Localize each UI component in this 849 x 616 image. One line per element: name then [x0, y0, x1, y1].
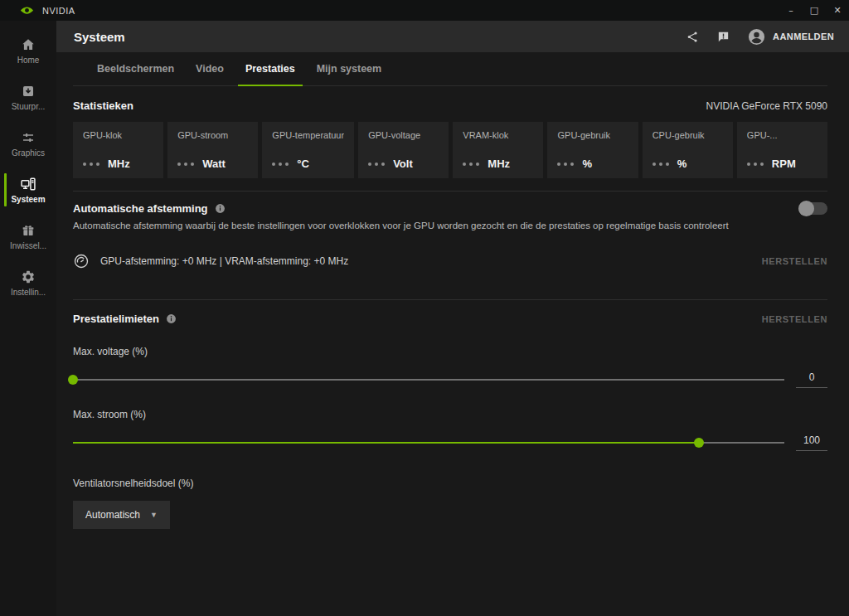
stat-tile: VRAM-klokMHz	[453, 122, 543, 178]
auto-tuning-reset-button[interactable]: HERSTELLEN	[762, 256, 827, 266]
share-icon[interactable]	[686, 30, 700, 44]
stat-tiles: GPU-klokMHzGPU-stroomWattGPU-temperatuur…	[73, 122, 827, 178]
window-titlebar: NVIDIA – □ ✕	[0, 0, 849, 21]
stat-tile-label: GPU-voltage	[368, 130, 439, 140]
stat-tile-unit: %	[582, 158, 592, 170]
sliders-container: Max. voltage (%)0Max. stroom (%)100	[73, 346, 827, 451]
stat-tile-label: GPU-gebruik	[557, 130, 628, 140]
fan-speed-dropdown[interactable]: Automatisch ▼	[73, 501, 170, 529]
slider-label: Max. voltage (%)	[73, 346, 827, 357]
loading-dots-icon	[368, 162, 385, 166]
slider-group: Max. voltage (%)0	[73, 346, 827, 388]
stat-tile: GPU-...RPM	[737, 122, 827, 178]
performance-limits-reset-button[interactable]: HERSTELLEN	[762, 314, 827, 324]
tab-mijn-systeem[interactable]: Mijn systeem	[306, 52, 393, 85]
stat-tile: GPU-klokMHz	[73, 122, 163, 178]
sidebar-item-label: Instellin...	[11, 288, 46, 297]
app-title: NVIDIA	[42, 6, 75, 16]
tab-video[interactable]: Video	[185, 52, 235, 85]
feedback-icon[interactable]	[716, 30, 730, 44]
stat-tile: GPU-temperatuur°C	[262, 122, 354, 178]
slider-thumb[interactable]	[694, 438, 704, 448]
stat-tile: GPU-voltageVolt	[358, 122, 449, 178]
page-header: Systeem AANMELDEN	[56, 21, 849, 52]
sidebar-item-label: Inwissel...	[10, 241, 46, 250]
slider-label: Max. stroom (%)	[73, 409, 827, 420]
loading-dots-icon	[747, 162, 764, 166]
sidebar-item-label: Graphics	[12, 148, 45, 158]
gauge-icon	[73, 253, 90, 269]
sidebar-item-drivers[interactable]: Stuurpr...	[0, 74, 56, 120]
fan-speed-label: Ventilatorsnelheidsdoel (%)	[73, 478, 827, 489]
sidebar-item-home[interactable]: Home	[0, 27, 56, 74]
minimize-button[interactable]: –	[779, 0, 803, 21]
fan-speed-selected: Automatisch	[85, 509, 140, 521]
section-divider	[73, 191, 827, 192]
info-icon[interactable]	[215, 203, 226, 214]
sidebar-item-redeem[interactable]: Inwissel...	[0, 213, 56, 259]
signin-button[interactable]: AANMELDEN	[747, 27, 834, 46]
auto-tuning-title: Automatische afstemming	[73, 202, 208, 215]
avatar-icon	[747, 27, 766, 46]
sidebar-item-label: Stuurpr...	[12, 102, 46, 111]
loading-dots-icon	[83, 162, 99, 166]
tab-beeldschermen[interactable]: Beeldschermen	[86, 52, 185, 85]
stat-tile-label: GPU-...	[747, 130, 817, 140]
loading-dots-icon	[272, 162, 289, 166]
slider-track[interactable]	[73, 379, 784, 381]
slider-value-field[interactable]: 100	[796, 434, 827, 451]
stat-tile-unit: Watt	[202, 158, 226, 170]
slider-thumb[interactable]	[68, 375, 78, 385]
section-divider	[73, 299, 827, 300]
stat-tile-label: VRAM-klok	[463, 130, 533, 140]
slider-value-field[interactable]: 0	[796, 371, 827, 388]
tuning-status: GPU-afstemming: +0 MHz | VRAM-afstemming…	[100, 255, 348, 267]
stat-tile-label: GPU-stroom	[177, 130, 248, 140]
statistics-section-title: Statistieken	[73, 99, 133, 112]
slider-group: Max. stroom (%)100	[73, 409, 827, 451]
stat-tile-unit: °C	[297, 158, 309, 170]
main-content: BeeldschermenVideoPrestatiesMijn systeem…	[56, 52, 849, 616]
page-title: Systeem	[74, 30, 125, 44]
loading-dots-icon	[463, 162, 479, 166]
sliders-icon	[21, 129, 36, 146]
stat-tile-unit: MHz	[488, 158, 510, 170]
sidebar-item-settings[interactable]: Instellin...	[0, 259, 56, 306]
stat-tile-unit: MHz	[108, 158, 130, 170]
tab-prestaties[interactable]: Prestaties	[235, 52, 306, 85]
gpu-name: NVIDIA GeForce RTX 5090	[706, 100, 827, 112]
auto-tuning-toggle[interactable]	[799, 202, 827, 215]
stat-tile-unit: RPM	[772, 158, 796, 170]
computer-icon	[20, 176, 36, 192]
gear-icon	[21, 269, 36, 285]
sidebar-item-label: Systeem	[11, 195, 45, 204]
loading-dots-icon	[177, 162, 194, 166]
stat-tile: CPU-gebruik%	[643, 122, 733, 178]
close-button[interactable]: ✕	[826, 0, 849, 21]
chevron-down-icon: ▼	[150, 511, 158, 519]
stat-tile-unit: %	[677, 158, 687, 170]
sidebar-item-graphics[interactable]: Graphics	[0, 120, 56, 167]
home-icon	[21, 36, 36, 53]
nvidia-logo-icon	[20, 6, 34, 15]
tab-bar: BeeldschermenVideoPrestatiesMijn systeem	[73, 52, 827, 86]
maximize-button[interactable]: □	[803, 0, 826, 21]
slider-track[interactable]	[73, 442, 784, 444]
stat-tile-label: GPU-klok	[83, 130, 153, 140]
sidebar: HomeStuurpr...GraphicsSysteemInwissel...…	[0, 21, 56, 616]
loading-dots-icon	[653, 162, 669, 166]
stat-tile: GPU-stroomWatt	[167, 122, 258, 178]
performance-limits-title: Prestatielimieten	[73, 313, 159, 325]
auto-tuning-description: Automatische afstemming waarbij de beste…	[73, 221, 827, 230]
signin-label: AANMELDEN	[773, 32, 834, 41]
sidebar-item-system[interactable]: Systeem	[0, 167, 56, 213]
stat-tile-unit: Volt	[393, 158, 413, 170]
sidebar-item-label: Home	[17, 56, 40, 65]
stat-tile-label: CPU-gebruik	[653, 130, 723, 140]
download-icon	[21, 83, 36, 99]
stat-tile-label: GPU-temperatuur	[272, 130, 344, 140]
info-icon[interactable]	[166, 313, 177, 324]
loading-dots-icon	[557, 162, 574, 166]
gift-icon	[21, 222, 36, 239]
stat-tile: GPU-gebruik%	[547, 122, 638, 178]
